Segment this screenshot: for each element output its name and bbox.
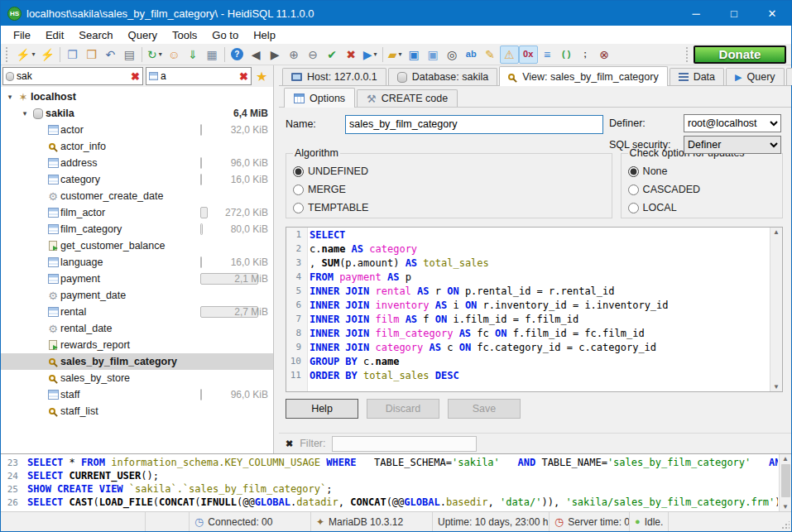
- menu-item-query[interactable]: Query: [121, 27, 165, 43]
- sql-security-select[interactable]: Definer: [684, 136, 781, 154]
- syntax-warnings-button[interactable]: ⚠: [500, 46, 519, 64]
- dropdown-caret-icon[interactable]: ▾: [399, 50, 402, 58]
- session-manager-button[interactable]: ⚡▾: [13, 46, 37, 64]
- clear-table-filter-icon[interactable]: ✖: [239, 70, 248, 83]
- delimiter-button[interactable]: ;: [576, 46, 595, 64]
- paste-button[interactable]: ❒: [82, 46, 101, 64]
- tree-item-customer_create_date[interactable]: ⚙customer_create_date: [1, 188, 273, 204]
- log-scrollbar[interactable]: ▲ ▼: [779, 454, 791, 511]
- tree-item-film_category[interactable]: film_category80,0 KiB: [1, 221, 273, 237]
- menu-item-tools[interactable]: Tools: [165, 27, 204, 43]
- reformatter-button[interactable]: ( ): [557, 46, 576, 64]
- print-button[interactable]: ▤: [120, 46, 139, 64]
- explain-analyzer-button[interactable]: ≡: [538, 46, 557, 64]
- tab-host-127-0-0-1[interactable]: Host: 127.0.0.1: [282, 68, 386, 85]
- discard-button[interactable]: Discard: [367, 399, 439, 419]
- tree-item-language[interactable]: language16,0 KiB: [1, 254, 273, 271]
- menu-item-help[interactable]: Help: [246, 27, 283, 43]
- radio-cascaded[interactable]: CASCADED: [628, 180, 775, 199]
- tree-item-sales_by_film_category[interactable]: sales_by_film_category: [1, 353, 273, 370]
- radio-local[interactable]: LOCAL: [628, 199, 775, 217]
- maximize-button[interactable]: □: [715, 1, 753, 26]
- dropdown-caret-icon[interactable]: ▾: [159, 50, 162, 58]
- tree-item-actor_info[interactable]: actor_info: [1, 138, 273, 155]
- expand-arrow-icon[interactable]: ▾: [19, 109, 31, 117]
- tree-item-get_customer_balance[interactable]: get_customer_balance: [1, 237, 273, 254]
- dropdown-caret-icon[interactable]: ▾: [31, 50, 35, 58]
- tree-item-sales_by_store[interactable]: sales_by_store: [1, 370, 273, 386]
- definer-select[interactable]: root@localhost: [684, 114, 781, 132]
- radio-none[interactable]: None: [628, 162, 775, 180]
- tab-create-code[interactable]: ⚒CREATE code: [357, 89, 458, 107]
- tree-item-category[interactable]: category16,0 KiB: [1, 171, 273, 188]
- beautify-sql-button[interactable]: ✎: [481, 46, 500, 64]
- goto-last-button[interactable]: ▶: [266, 46, 285, 64]
- tree-item-payment[interactable]: payment2,1 MiB: [1, 271, 273, 287]
- post-changes-button[interactable]: ✔: [323, 46, 342, 64]
- user-manager-button[interactable]: ☺: [165, 46, 184, 64]
- filter-close-icon[interactable]: ✖: [286, 439, 293, 449]
- execute-sql-button[interactable]: ▶▾: [361, 46, 380, 64]
- tree-item-staff_list[interactable]: staff_list: [1, 403, 273, 419]
- tree-item-payment_date[interactable]: ⚙payment_date: [1, 287, 273, 304]
- tree-item-rental[interactable]: rental2,7 MiB: [1, 304, 273, 320]
- database-filter-input[interactable]: [17, 70, 128, 82]
- tree-item-address[interactable]: address96,0 KiB: [1, 155, 273, 171]
- menu-item-go-to[interactable]: Go to: [204, 27, 246, 43]
- view-select-code-editor[interactable]: 1SELECT2c.name AS category3, SUM(p.amoun…: [286, 227, 783, 392]
- help-button[interactable]: Help: [286, 399, 358, 419]
- save-sql-button[interactable]: ▣: [405, 46, 424, 64]
- tab-query[interactable]: ▶Query: [726, 68, 785, 85]
- save-data-button[interactable]: ▦: [203, 46, 222, 64]
- tab-options[interactable]: Options: [284, 88, 355, 108]
- tree-item-actor[interactable]: actor32,0 KiB: [1, 122, 273, 138]
- delete-row-button[interactable]: ⊖: [304, 46, 323, 64]
- save-button[interactable]: Save: [448, 399, 521, 419]
- log-scroll-thumb[interactable]: [781, 464, 790, 497]
- tree-item-staff[interactable]: staff96,0 KiB: [1, 386, 273, 403]
- radio-input-merge[interactable]: [293, 185, 304, 195]
- tab-view-sales-by-film-category[interactable]: View: sales_by_film_category: [499, 66, 667, 86]
- close-button[interactable]: ✕: [753, 1, 791, 26]
- help-button[interactable]: ?: [228, 46, 247, 64]
- radio-input-undefined[interactable]: [293, 166, 304, 177]
- undo-button[interactable]: ↶: [101, 46, 120, 64]
- radio-temptable[interactable]: TEMPTABLE: [293, 199, 605, 217]
- tab-database-sakila[interactable]: Database: sakila: [388, 68, 497, 85]
- cancel-editing-button[interactable]: ✖: [342, 46, 361, 64]
- insert-row-button[interactable]: ⊕: [285, 46, 304, 64]
- scroll-down-icon[interactable]: ▼: [773, 383, 780, 391]
- tab-data[interactable]: Data: [670, 68, 724, 85]
- minimize-button[interactable]: ─: [677, 1, 715, 26]
- goto-first-button[interactable]: ◀: [247, 46, 266, 64]
- find-text-button[interactable]: ◎: [443, 46, 462, 64]
- tree-item-rental_date[interactable]: ⚙rental_date: [1, 320, 273, 337]
- tree-item-rewards_report[interactable]: rewards_report: [1, 337, 273, 353]
- tree-item-sakila[interactable]: ▾sakila6,4 MiB: [1, 105, 273, 122]
- stop-query-button[interactable]: ⊗: [595, 46, 614, 64]
- export-tables-button[interactable]: ⇓: [184, 46, 203, 64]
- menu-item-file[interactable]: File: [6, 27, 38, 43]
- refresh-button[interactable]: ↻▾: [145, 46, 165, 64]
- expand-arrow-icon[interactable]: ▾: [4, 93, 16, 101]
- filter-input[interactable]: [332, 436, 477, 452]
- menu-item-search[interactable]: Search: [71, 27, 120, 43]
- radio-merge[interactable]: MERGE: [293, 180, 605, 199]
- tree-item-localhost[interactable]: ▾✶localhost: [1, 89, 273, 105]
- hex-literals-button[interactable]: 0x: [519, 46, 538, 64]
- save-sql-as-button[interactable]: ▣: [424, 46, 443, 64]
- replace-text-button[interactable]: ab: [462, 46, 481, 64]
- dropdown-caret-icon[interactable]: ▾: [374, 50, 377, 58]
- tree-item-film_actor[interactable]: film_actor272,0 KiB: [1, 204, 273, 221]
- radio-input-temptable[interactable]: [293, 203, 304, 213]
- sql-log-panel[interactable]: 23SELECT * FROM information_schema.KEY_C…: [1, 453, 791, 511]
- disconnect-button[interactable]: ⚡: [37, 46, 56, 64]
- copy-button[interactable]: ❐: [63, 46, 82, 64]
- donate-button[interactable]: Donate: [694, 46, 786, 64]
- resize-grip[interactable]: [781, 521, 790, 530]
- menu-item-edit[interactable]: Edit: [38, 27, 71, 43]
- clear-database-filter-icon[interactable]: ✖: [131, 70, 140, 83]
- toolbar-grip[interactable]: [6, 47, 10, 62]
- favorites-star-icon[interactable]: ★: [254, 69, 269, 84]
- scroll-up-icon[interactable]: ▲: [773, 228, 780, 236]
